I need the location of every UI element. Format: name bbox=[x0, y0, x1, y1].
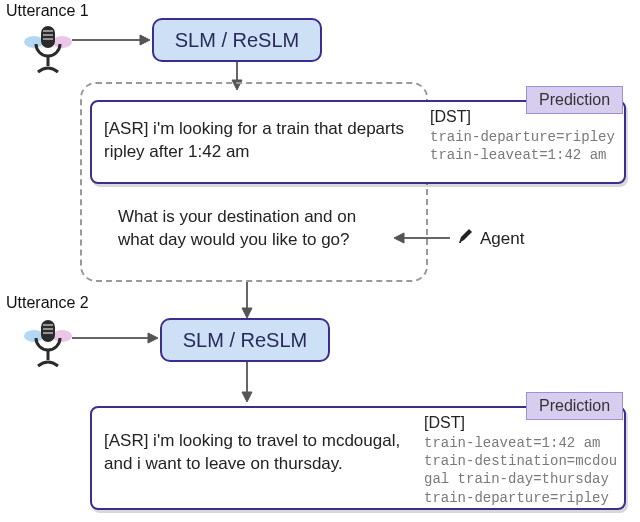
arrow-down-icon bbox=[240, 282, 254, 318]
turn-2-asr-text: [ASR] i'm looking to travel to mcdougal,… bbox=[104, 430, 404, 476]
svg-marker-14 bbox=[242, 308, 252, 318]
turn-2-dst-content: train-leaveat=1:42 am train-destination=… bbox=[424, 434, 622, 507]
svg-marker-23 bbox=[148, 333, 158, 343]
arrow-down-icon bbox=[240, 362, 254, 402]
svg-rect-2 bbox=[41, 26, 55, 48]
turn-1-asr-text: [ASR] i'm looking for a train that depar… bbox=[104, 118, 404, 164]
prediction-badge: Prediction bbox=[526, 392, 623, 420]
slm-label: SLM / ReSLM bbox=[175, 29, 299, 52]
microphone-icon bbox=[24, 316, 72, 372]
dst-label: [DST] bbox=[430, 108, 471, 126]
svg-rect-17 bbox=[41, 320, 55, 342]
arrow-left-icon bbox=[394, 232, 450, 244]
agent-prompt-text: What is your destination and on what day… bbox=[118, 206, 388, 252]
turn-1-dst-content: train-departure=ripley train-leaveat=1:4… bbox=[430, 128, 622, 164]
arrow-right-icon bbox=[72, 34, 150, 46]
svg-marker-12 bbox=[394, 233, 404, 243]
pencil-hand-icon bbox=[456, 226, 476, 251]
svg-marker-25 bbox=[242, 392, 252, 402]
agent-text-label: Agent bbox=[480, 229, 524, 249]
dst-label: [DST] bbox=[424, 414, 465, 432]
utterance-1-label: Utterance 1 bbox=[6, 2, 89, 20]
slm-model-box: SLM / ReSLM bbox=[160, 318, 330, 362]
agent-label: Agent bbox=[456, 226, 524, 251]
prediction-badge: Prediction bbox=[526, 86, 623, 114]
arrow-right-icon bbox=[72, 332, 158, 344]
slm-model-box: SLM / ReSLM bbox=[152, 18, 322, 62]
microphone-icon bbox=[24, 22, 72, 78]
slm-label: SLM / ReSLM bbox=[183, 329, 307, 352]
utterance-2-label: Utterance 2 bbox=[6, 294, 89, 312]
svg-marker-8 bbox=[140, 35, 150, 45]
